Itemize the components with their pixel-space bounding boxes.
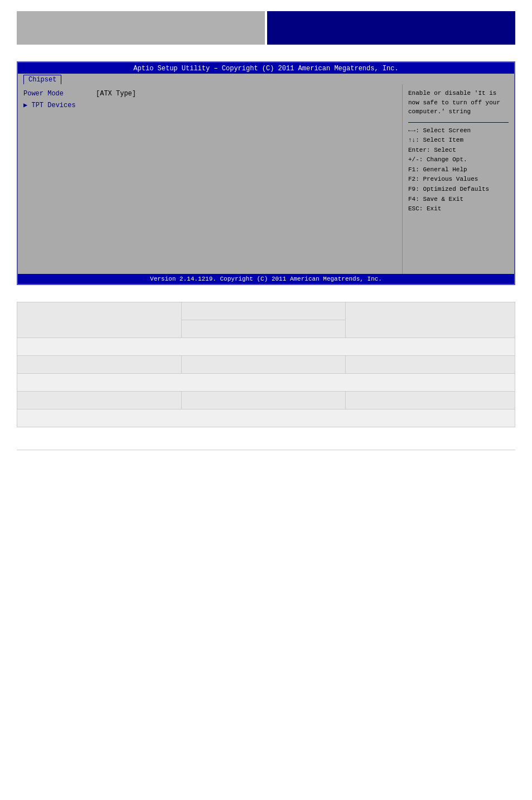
- bios-footer: Version 2.14.1219. Copyright (C) 2011 Am…: [18, 274, 514, 284]
- table-cell: [181, 320, 346, 338]
- table-row: [17, 338, 515, 356]
- table-cell: [17, 392, 182, 409]
- table-cell: [17, 302, 182, 338]
- bios-left-panel: Power Mode [ATX Type] TPT Devices: [18, 84, 403, 274]
- key-select-screen: ←→: Select Screen: [408, 126, 509, 136]
- table-row: [17, 374, 515, 392]
- table-row: [17, 302, 515, 320]
- bottom-divider: [17, 450, 515, 450]
- bios-help-text: Enable or disable 'It is now safe to tur…: [408, 89, 509, 117]
- table-cell: [181, 302, 346, 320]
- key-general-help: F1: General Help: [408, 165, 509, 175]
- bios-right-panel: Enable or disable 'It is now safe to tur…: [403, 84, 514, 274]
- bios-main: Power Mode [ATX Type] TPT Devices Enable…: [18, 84, 514, 274]
- key-save-exit: F4: Save & Exit: [408, 195, 509, 205]
- table-cell: [181, 392, 346, 409]
- bios-tpt-devices-label: TPT Devices: [23, 101, 96, 109]
- bios-power-mode-value: [ATX Type]: [96, 90, 136, 98]
- table-row: [17, 409, 515, 427]
- table-row: [17, 356, 515, 374]
- table-cell-wide: [17, 409, 515, 427]
- bios-keys: ←→: Select Screen ↑↓: Select Item Enter:…: [408, 126, 509, 214]
- devices-label: Devices: [47, 102, 75, 109]
- key-optimized-defaults: F9: Optimized Defaults: [408, 185, 509, 195]
- top-header: [17, 11, 515, 45]
- header-left: [17, 11, 265, 45]
- key-select-item: ↑↓: Select Item: [408, 136, 509, 146]
- bios-power-mode-item: Power Mode [ATX Type]: [23, 90, 396, 98]
- table-cell: [346, 302, 515, 338]
- table-cell: [181, 356, 346, 374]
- key-enter-select: Enter: Select: [408, 146, 509, 156]
- table-cell-wide: [17, 338, 515, 356]
- bios-divider: [408, 122, 509, 123]
- info-table: [17, 302, 515, 427]
- bios-screenshot: Aptio Setup Utility – Copyright (C) 2011…: [17, 61, 515, 285]
- key-previous-values: F2: Previous Values: [408, 175, 509, 185]
- key-change-opt: +/-: Change Opt.: [408, 155, 509, 165]
- bios-tab-chipset[interactable]: Chipset: [23, 75, 61, 84]
- table-cell: [17, 356, 182, 374]
- bios-power-mode-label: Power Mode: [23, 90, 96, 98]
- bios-tab-row: Chipset: [18, 74, 514, 84]
- table-section: [17, 302, 515, 427]
- key-esc-exit: ESC: Exit: [408, 204, 509, 214]
- table-cell-wide: [17, 374, 515, 392]
- table-cell: [346, 392, 515, 409]
- header-right: [267, 11, 515, 45]
- bios-title: Aptio Setup Utility – Copyright (C) 2011…: [18, 62, 514, 74]
- table-cell: [346, 356, 515, 374]
- bios-tpt-devices-item[interactable]: TPT Devices: [23, 101, 396, 109]
- table-row: [17, 392, 515, 409]
